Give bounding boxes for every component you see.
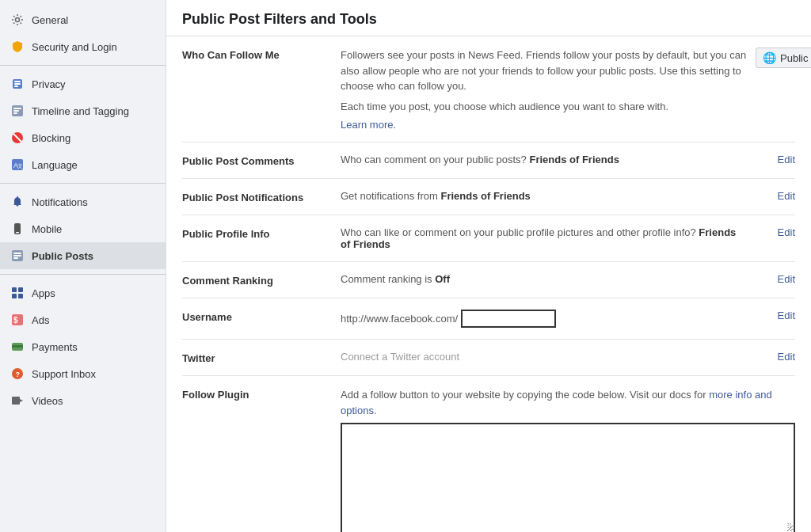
follow-plugin-desc: Add a follow button to your website by c…	[341, 387, 795, 418]
svg-marker-31	[20, 399, 23, 402]
sidebar-item-notifications-label: Notifications	[32, 196, 88, 208]
sidebar-item-timeline-label: Timeline and Tagging	[32, 105, 129, 117]
comment-ranking-label: Comment Ranking	[182, 273, 341, 287]
videos-icon	[10, 393, 25, 408]
twitter-body: Connect a Twitter account	[341, 351, 748, 363]
svg-rect-30	[12, 397, 20, 405]
who-can-follow-body: Followers see your posts in News Feed. F…	[341, 48, 748, 131]
who-can-follow-action: 🌐 Public ▼	[748, 48, 795, 68]
resize-handle-icon: ⠿	[786, 522, 792, 530]
svg-rect-2	[14, 81, 21, 82]
public-post-notifications-desc-prefix: Get notifications from	[341, 190, 438, 202]
follow-plugin-desc-prefix: Add a follow button to your website by c…	[341, 389, 706, 401]
timeline-icon	[10, 103, 25, 119]
public-posts-icon	[10, 248, 25, 264]
sidebar-item-general[interactable]: General	[0, 6, 166, 33]
sidebar-item-timeline[interactable]: Timeline and Tagging	[0, 97, 166, 124]
who-can-follow-row: Who Can Follow Me Followers see your pos…	[182, 36, 795, 142]
sidebar-item-mobile[interactable]: Mobile	[0, 215, 166, 242]
public-profile-info-action: Edit	[748, 226, 795, 238]
follow-plugin-code-textarea[interactable]	[342, 424, 794, 532]
username-input[interactable]	[461, 310, 556, 328]
shield-icon	[10, 39, 25, 55]
sidebar-item-general-label: General	[32, 14, 68, 26]
username-label: Username	[182, 310, 341, 323]
payments-icon	[10, 339, 25, 355]
twitter-edit[interactable]: Edit	[778, 351, 795, 363]
comment-ranking-edit[interactable]: Edit	[778, 273, 795, 285]
public-profile-info-desc-prefix: Who can like or comment on your public p…	[341, 226, 696, 238]
sidebar-item-ads-label: Ads	[32, 314, 49, 326]
apps-icon	[10, 285, 25, 301]
sidebar-item-apps[interactable]: Apps	[0, 279, 166, 306]
public-profile-info-label: Public Profile Info	[182, 226, 341, 240]
sidebar-item-language[interactable]: A 文 Language	[0, 151, 166, 178]
svg-rect-23	[18, 294, 23, 298]
public-profile-info-edit[interactable]: Edit	[778, 226, 795, 238]
comment-ranking-desc: Comment ranking is	[341, 273, 435, 285]
svg-text:$: $	[13, 316, 18, 325]
svg-rect-21	[18, 287, 23, 292]
twitter-row: Twitter Connect a Twitter account Edit	[182, 340, 795, 376]
comment-ranking-action: Edit	[748, 273, 795, 285]
svg-rect-3	[14, 83, 21, 85]
svg-rect-8	[13, 112, 17, 114]
comment-ranking-row: Comment Ranking Comment ranking is Off E…	[182, 262, 795, 298]
public-post-notifications-edit[interactable]: Edit	[778, 190, 795, 202]
page-title: Public Post Filters and Tools	[182, 11, 795, 28]
public-post-comments-label: Public Post Comments	[182, 154, 341, 167]
sidebar-item-videos-label: Videos	[32, 395, 63, 407]
sidebar-item-apps-label: Apps	[32, 287, 55, 299]
public-post-notifications-desc-bold: Friends of Friends	[440, 190, 530, 202]
sidebar: General Security and Login Privacy	[0, 0, 166, 532]
sidebar-item-privacy-label: Privacy	[32, 78, 66, 90]
page-header: Public Post Filters and Tools	[166, 0, 811, 36]
comment-ranking-body: Comment ranking is Off	[341, 273, 748, 285]
public-post-notifications-body: Get notifications from Friends of Friend…	[341, 190, 748, 202]
sidebar-item-payments[interactable]: Payments	[0, 333, 166, 360]
sidebar-item-videos[interactable]: Videos	[0, 387, 166, 414]
public-post-comments-edit[interactable]: Edit	[778, 154, 795, 165]
who-can-follow-desc1: Followers see your posts in News Feed. F…	[341, 48, 748, 94]
sidebar-item-blocking[interactable]: Blocking	[0, 124, 166, 151]
sidebar-item-notifications[interactable]: Notifications	[0, 188, 166, 215]
svg-text:文: 文	[17, 163, 23, 169]
follow-plugin-body: Add a follow button to your website by c…	[341, 387, 795, 532]
public-post-comments-row: Public Post Comments Who can comment on …	[182, 142, 795, 179]
notifications-icon	[10, 194, 25, 210]
username-url-prefix: http://www.facebook.com/	[341, 313, 458, 325]
sidebar-item-security[interactable]: Security and Login	[0, 33, 166, 60]
comment-ranking-desc-bold: Off	[435, 273, 450, 285]
public-profile-info-row: Public Profile Info Who can like or comm…	[182, 215, 795, 262]
who-can-follow-desc2: Each time you post, you choose which aud…	[341, 99, 748, 115]
sidebar-item-blocking-label: Blocking	[32, 132, 70, 144]
public-profile-info-body: Who can like or comment on your public p…	[341, 226, 748, 250]
sidebar-item-privacy[interactable]: Privacy	[0, 70, 166, 97]
username-body: http://www.facebook.com/	[341, 310, 748, 328]
sidebar-item-public-posts[interactable]: Public Posts	[0, 242, 166, 269]
sidebar-item-mobile-label: Mobile	[32, 223, 62, 235]
sidebar-item-public-posts-label: Public Posts	[32, 250, 93, 262]
follow-plugin-row: Follow Plugin Add a follow button to you…	[182, 376, 795, 532]
svg-rect-19	[13, 257, 18, 259]
public-post-comments-action: Edit	[748, 154, 795, 165]
learn-more-link[interactable]: Learn more.	[341, 119, 396, 131]
svg-rect-17	[13, 253, 21, 254]
sidebar-item-security-label: Security and Login	[32, 41, 117, 53]
svg-rect-4	[14, 86, 18, 87]
sidebar-item-language-label: Language	[32, 159, 78, 171]
svg-rect-18	[13, 255, 21, 256]
svg-rect-27	[12, 345, 23, 348]
globe-icon: 🌐	[763, 51, 776, 64]
public-post-comments-desc-prefix: Who can comment on your public posts?	[341, 154, 527, 165]
svg-rect-15	[16, 232, 19, 234]
username-field-row: http://www.facebook.com/	[341, 310, 748, 328]
who-can-follow-label: Who Can Follow Me	[182, 48, 341, 61]
sidebar-item-support-inbox[interactable]: ? Support Inbox	[0, 360, 166, 387]
username-action: Edit	[748, 310, 795, 321]
username-edit[interactable]: Edit	[778, 310, 795, 321]
public-dropdown-button[interactable]: 🌐 Public ▼	[756, 48, 811, 68]
ads-icon: $	[10, 312, 25, 328]
sidebar-item-ads[interactable]: $ Ads	[0, 306, 166, 333]
twitter-label: Twitter	[182, 351, 341, 364]
